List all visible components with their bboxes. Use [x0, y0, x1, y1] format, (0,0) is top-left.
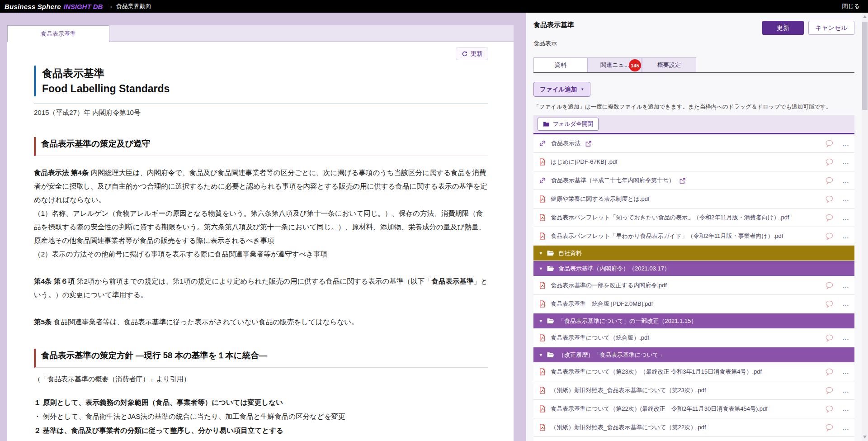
- panel-tab-label: 資料: [555, 61, 566, 69]
- file-list: 食品表示法...はじめに[PDF-67KB] .pdf...食品表示基準（平成二…: [533, 134, 854, 441]
- comment-button[interactable]: [825, 158, 834, 166]
- comment-icon: [825, 334, 834, 342]
- more-options-button[interactable]: ...: [843, 406, 849, 413]
- file-name[interactable]: 食品表示基準について（統合版）.pdf: [551, 334, 649, 342]
- panel-tab-3[interactable]: 概要設定: [642, 57, 696, 72]
- file-row: 食品表示パンフレット「知っておきたい食品の表示」（令和2年11月版・消費者向け）…: [533, 209, 854, 227]
- update-button[interactable]: 更新: [762, 21, 804, 35]
- comment-button[interactable]: [825, 405, 834, 413]
- more-options-button[interactable]: ...: [843, 140, 849, 147]
- file-name[interactable]: はじめに[PDF-67KB] .pdf: [551, 158, 618, 166]
- refresh-button-label: 更新: [471, 50, 482, 58]
- comment-button[interactable]: [825, 232, 834, 240]
- more-options-button[interactable]: ...: [843, 387, 849, 394]
- file-row: 食品表示パンフレット「早わかり食品表示ガイド」（令和2年11月版・事業者向け）.…: [533, 227, 854, 246]
- folder-row[interactable]: ▼食品表示基準（内閣府令）（2021.03.17）: [533, 261, 854, 276]
- app-logo: Business Sphere: [5, 3, 61, 10]
- open-folder-icon: [547, 266, 554, 271]
- add-file-button-label: ファイル追加: [540, 85, 577, 94]
- vertical-scrollbar[interactable]: [862, 13, 868, 441]
- tab-document-title[interactable]: 食品表示基準: [7, 25, 109, 42]
- more-options-button[interactable]: ...: [843, 214, 849, 221]
- comment-button[interactable]: [825, 334, 834, 342]
- comment-icon: [825, 214, 834, 222]
- more-options-button[interactable]: ...: [843, 301, 849, 308]
- file-name[interactable]: （別紙）新旧対照表_食品表示基準について（第23次）.pdf: [551, 386, 706, 394]
- more-options-button[interactable]: ...: [843, 282, 849, 289]
- comment-button[interactable]: [825, 140, 834, 147]
- comment-button[interactable]: [825, 368, 834, 376]
- guidelines-list: １ 原則として、表示義務の対象範囲（食品、事業者等）については変更しない・ 例外…: [34, 395, 488, 441]
- file-name[interactable]: 食品表示基準（平成二十七年内閣府令第十号）: [551, 176, 675, 185]
- close-button[interactable]: 閉じる: [842, 2, 860, 10]
- file-name[interactable]: 食品表示基準について（第22次）(最終改正 令和2年11月30日消食表第454号…: [551, 405, 768, 413]
- more-options-button[interactable]: ...: [843, 196, 849, 203]
- document-toolbar: 更新: [34, 47, 488, 61]
- link-row: 食品表示法...: [533, 134, 854, 153]
- more-options-button[interactable]: ...: [843, 335, 849, 341]
- breadcrumb[interactable]: 食品業界動向: [116, 2, 151, 10]
- comment-button[interactable]: [825, 214, 834, 222]
- doc-blocks: 食品表示法 第4条 内閣総理大臣は、内閣府令で、食品及び食品関連事業者等の区分ご…: [34, 166, 488, 329]
- file-name[interactable]: 健康や栄養に関する表示制度とは.pdf: [551, 195, 650, 203]
- file-name[interactable]: 食品表示法: [551, 139, 580, 147]
- comment-button[interactable]: [825, 177, 834, 185]
- notification-badge: 145: [629, 59, 641, 71]
- guideline-item: ・ 食品について、「加工食品」、「生鮮食品」、「添加物」に区分: [34, 437, 488, 441]
- folder-row[interactable]: ▼自社資料: [533, 246, 854, 261]
- detail-panel: 食品表示基準 更新 キャンセル 食品表示 資料関連ニュ...145概要設定 ファ…: [526, 13, 862, 441]
- folder-name: （改正履歴）「食品表示基準について」: [558, 351, 665, 359]
- refresh-button[interactable]: 更新: [456, 47, 488, 60]
- more-options-button[interactable]: ...: [843, 159, 849, 166]
- pdf-icon: [539, 405, 546, 413]
- document-tabstrip: 食品表示基準: [7, 25, 514, 42]
- caret-down-icon[interactable]: ▼: [539, 353, 543, 357]
- scroll-down-icon[interactable]: [863, 436, 867, 438]
- comment-button[interactable]: [825, 195, 834, 203]
- toggle-folders-button[interactable]: フォルダ全開閉: [538, 118, 599, 131]
- folder-row[interactable]: ▼「食品表示基準について」の一部改正（2021.1.15）: [533, 313, 854, 329]
- document-title: 食品表示基準 Food Labelling Standards: [34, 66, 488, 96]
- guideline-item: ２ 基準は、食品及び事業者の分類に従って整序し、分かり易い項目立てとする: [34, 423, 488, 437]
- more-options-button[interactable]: ...: [843, 424, 849, 431]
- title-divider: [34, 104, 488, 104]
- scroll-up-icon[interactable]: [863, 15, 867, 18]
- comment-icon: [825, 140, 834, 147]
- comment-button[interactable]: [825, 424, 834, 432]
- panel-tab-1[interactable]: 資料: [533, 57, 588, 72]
- caret-down-icon[interactable]: ▼: [539, 319, 543, 323]
- caret-down-icon[interactable]: ▼: [539, 266, 543, 271]
- comment-icon: [825, 158, 834, 166]
- more-options-button[interactable]: ...: [843, 369, 849, 375]
- file-row: 食品表示基準について（第23次）（最終改正 令和3年1月15日消食表第4号）.p…: [533, 363, 854, 381]
- more-options-button[interactable]: ...: [843, 233, 849, 240]
- file-name[interactable]: 食品表示パンフレット「知っておきたい食品の表示」（令和2年11月版・消費者向け）…: [551, 213, 789, 222]
- comment-button[interactable]: [825, 300, 834, 308]
- panel-tabs: 資料関連ニュ...145概要設定: [533, 57, 854, 73]
- panel-tab-label: 概要設定: [657, 61, 681, 69]
- link-row: 食品表示基準（平成二十七年内閣府令第十号）...: [533, 171, 854, 190]
- panel-tab-2[interactable]: 関連ニュ...145: [588, 57, 642, 72]
- file-name[interactable]: 食品表示基準の一部を改正する内閣府令.pdf: [551, 281, 667, 289]
- more-options-button[interactable]: ...: [843, 177, 849, 184]
- file-name[interactable]: （別紙）新旧対照表_食品表示基準について（第22次）.pdf: [551, 423, 706, 432]
- folder-name: 食品表示基準（内閣府令）（2021.03.17）: [558, 265, 670, 273]
- cancel-button[interactable]: キャンセル: [808, 21, 854, 35]
- file-row: 食品表示基準について（統合版）.pdf...: [533, 329, 854, 347]
- add-file-button[interactable]: ファイル追加 ▼: [533, 82, 590, 97]
- doc-paragraph: 食品表示法 第4条 内閣総理大臣は、内閣府令で、食品及び食品関連事業者等の区分ご…: [34, 166, 488, 207]
- comment-button[interactable]: [825, 387, 834, 394]
- scrollbar-thumb[interactable]: [862, 22, 868, 110]
- file-name[interactable]: 食品表示基準 統合版 [PDF2.0MB].pdf: [551, 300, 653, 308]
- panel-actions: 更新 キャンセル: [762, 21, 854, 35]
- caret-down-icon[interactable]: ▼: [539, 251, 543, 256]
- file-name[interactable]: 食品表示パンフレット「早わかり食品表示ガイド」（令和2年11月版・事業者向け）.…: [551, 232, 783, 240]
- comment-button[interactable]: [825, 282, 834, 289]
- link-icon: [539, 140, 546, 147]
- folder-row[interactable]: ▼（改正履歴）「食品表示基準について」: [533, 347, 854, 363]
- folder-icon: [543, 121, 550, 127]
- doc-paragraph: 第5条 食品関連事業者等は、食品表示基準に従った表示がされていない食品の販売をし…: [34, 315, 488, 329]
- file-name[interactable]: 食品表示基準について（第23次）（最終改正 令和3年1月15日消食表第4号）.p…: [551, 368, 762, 376]
- file-row: （別紙）新旧対照表_食品表示基準について（第22次）.pdf...: [533, 418, 854, 437]
- comment-icon: [825, 300, 834, 308]
